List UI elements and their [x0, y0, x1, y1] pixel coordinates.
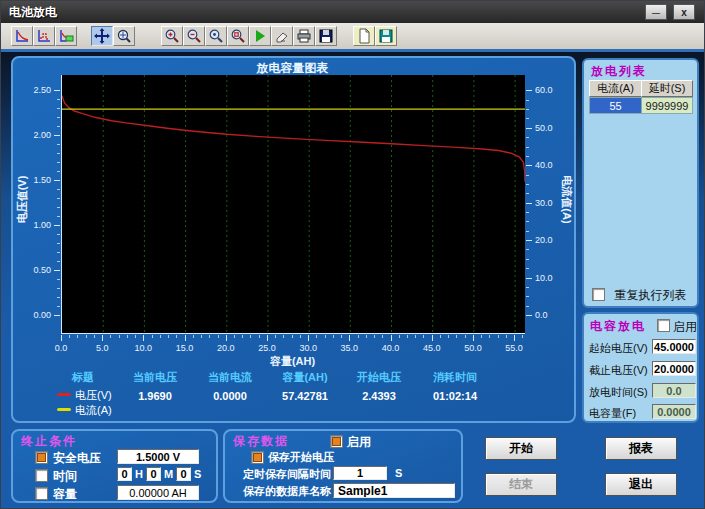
axis-tick: [57, 270, 60, 271]
run-button[interactable]: [249, 26, 271, 46]
cap-time-field: [652, 383, 696, 398]
cap-cutoffv-field[interactable]: [652, 361, 696, 376]
save-data-button[interactable]: [375, 26, 397, 46]
legend-current-label: 电流(A): [75, 403, 112, 418]
title-bar[interactable]: 电池放电 — x: [1, 1, 705, 23]
x-tick-label: 0.0: [45, 343, 77, 353]
close-button[interactable]: x: [673, 4, 695, 20]
x-tick-label: 55.0: [498, 343, 530, 353]
y-left-tick-label: 2.00: [17, 130, 51, 140]
start-button[interactable]: 开始: [485, 437, 557, 460]
axis-tick: [102, 335, 103, 338]
y-left-tick-label: 1.50: [17, 175, 51, 185]
curve-style-1-button[interactable]: [11, 26, 33, 46]
curve-style-2-button[interactable]: [33, 26, 55, 46]
x-tick-label: 40.0: [375, 343, 407, 353]
safe-voltage-field[interactable]: [117, 449, 199, 464]
cap-enable-checkbox[interactable]: [657, 319, 670, 332]
report-button[interactable]: 报表: [605, 437, 677, 460]
minimize-icon: —: [652, 8, 660, 17]
zoom-reset-button[interactable]: [227, 26, 249, 46]
capacity-field[interactable]: [117, 485, 199, 500]
axis-tick: [522, 335, 523, 338]
save-enable-checkbox[interactable]: [330, 435, 343, 448]
axis-tick: [526, 100, 529, 101]
save-icon: [318, 28, 334, 44]
axis-tick: [432, 335, 433, 338]
y-right-tick-label: 30.0: [535, 198, 569, 208]
stat-header-capacity: 容量(AH): [263, 370, 347, 385]
end-button[interactable]: 结束: [485, 473, 557, 496]
save-interval-field[interactable]: [333, 466, 387, 480]
axis-tick: [234, 335, 235, 338]
column-header-current[interactable]: 电流(A): [589, 80, 642, 97]
chart-canvas: [62, 75, 525, 333]
zoom-in-button[interactable]: [161, 26, 183, 46]
safe-voltage-checkbox[interactable]: [35, 451, 48, 464]
axis-tick: [57, 99, 60, 100]
new-file-button[interactable]: [353, 26, 375, 46]
axis-tick: [160, 335, 161, 338]
zoom-window-button[interactable]: [205, 26, 227, 46]
axis-tick: [526, 184, 529, 185]
save-start-voltage-label: 保存开始电压: [268, 450, 334, 465]
axis-tick: [300, 335, 301, 338]
stat-value-current: 0.0000: [188, 390, 272, 402]
print-button[interactable]: [293, 26, 315, 46]
minimize-button[interactable]: —: [645, 4, 667, 20]
axis-tick: [481, 335, 482, 338]
cap-field-label-startv: 起始电压(V): [589, 341, 648, 356]
axis-tick: [526, 90, 529, 91]
axis-tick: [456, 335, 457, 338]
time-checkbox[interactable]: [35, 469, 48, 482]
cap-discharge-panel: 电容放电 启用 起始电压(V) 截止电压(V) 放电时间(S) 电容量(F): [582, 312, 699, 423]
zoom-out-button[interactable]: [183, 26, 205, 46]
table-cell-delay[interactable]: 9999999: [641, 97, 693, 114]
chart-panel: 放电容量图表 电压值(V) 电流值(A) 容量(AH) 标题 当前电压 当前电流…: [11, 56, 576, 423]
axis-tick: [498, 335, 499, 338]
y-left-tick-label: 0.00: [17, 310, 51, 320]
axis-tick: [57, 153, 60, 154]
zoom-select-button[interactable]: [113, 26, 135, 46]
pan-button[interactable]: [91, 26, 113, 46]
axis-tick: [119, 335, 120, 338]
axis-tick: [374, 335, 375, 338]
plot-area[interactable]: [61, 75, 525, 334]
axis-tick: [526, 203, 529, 204]
axis-tick: [514, 335, 515, 338]
time-seconds-field[interactable]: [176, 467, 191, 481]
repeat-list-checkbox[interactable]: [592, 288, 605, 301]
time-hours-field[interactable]: [117, 467, 132, 481]
x-tick-label: 15.0: [169, 343, 201, 353]
capacity-checkbox[interactable]: [35, 487, 48, 500]
exit-button[interactable]: 退出: [605, 473, 677, 496]
app-window: 电池放电 — x 放电容量图表 电压值(V): [0, 0, 705, 509]
column-header-delay[interactable]: 延时(S): [641, 80, 693, 97]
time-minutes-field[interactable]: [146, 467, 161, 481]
x-tick-label: 30.0: [292, 343, 324, 353]
axis-tick: [325, 335, 326, 338]
axis-tick: [333, 335, 334, 338]
axis-tick: [526, 109, 529, 110]
axis-tick: [185, 335, 186, 338]
save-start-voltage-checkbox[interactable]: [251, 451, 264, 464]
y-right-tick-label: 50.0: [535, 123, 569, 133]
save-button[interactable]: [315, 26, 337, 46]
cap-startv-field[interactable]: [652, 339, 696, 354]
axis-tick: [259, 335, 260, 338]
termination-panel: 终止条件 安全电压 时间 H M S 容量: [11, 429, 218, 503]
axis-tick: [399, 335, 400, 338]
axis-tick: [57, 261, 60, 262]
axis-tick: [275, 335, 276, 338]
dbname-field[interactable]: [333, 483, 455, 498]
axis-tick: [526, 296, 529, 297]
curve-style-3-button[interactable]: [55, 26, 77, 46]
erase-button[interactable]: [271, 26, 293, 46]
table-cell-current[interactable]: 55: [589, 97, 642, 114]
repeat-list-checkbox-row[interactable]: 重复执行列表: [592, 285, 686, 304]
axis-tick: [526, 287, 529, 288]
axis-tick: [77, 335, 78, 338]
axis-tick: [526, 306, 529, 307]
axis-tick: [358, 335, 359, 338]
close-icon: x: [681, 7, 687, 18]
